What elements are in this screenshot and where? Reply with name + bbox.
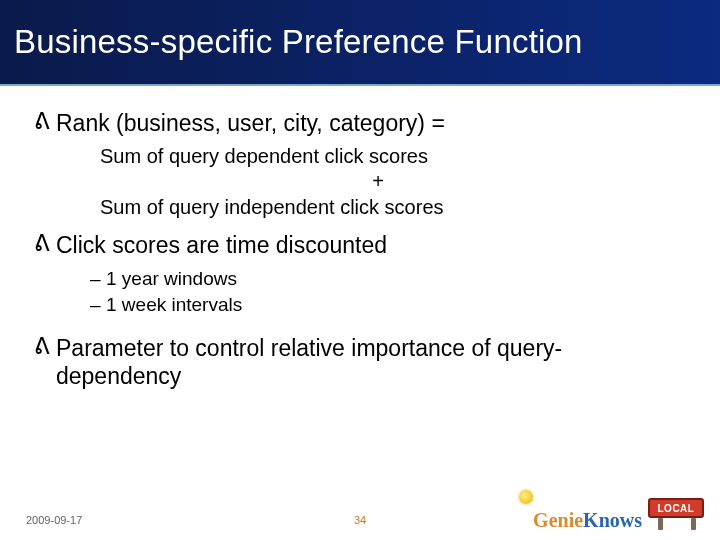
page-number: 34: [354, 514, 366, 526]
lightbulb-icon: [519, 490, 533, 504]
logo-word2: Knows: [583, 510, 642, 530]
sign-post-icon: [658, 518, 663, 530]
formula-line: Sum of query independent click scores: [100, 195, 686, 221]
bullet-text: Parameter to control relative importance…: [56, 335, 686, 390]
logo-sign: LOCAL: [646, 496, 708, 530]
dash-list: – 1 year windows – 1 week intervals: [90, 266, 686, 317]
slide-body: ᕕ Rank (business, user, city, category) …: [0, 86, 720, 390]
sign-post-icon: [691, 518, 696, 530]
list-text: 1 year windows: [106, 266, 237, 292]
list-item: – 1 year windows: [90, 266, 686, 292]
list-text: 1 week intervals: [106, 292, 242, 318]
logo-text: GenieKnows: [533, 510, 642, 530]
slide: Business-specific Preference Function ᕕ …: [0, 0, 720, 540]
bullet-text: Rank (business, user, city, category) =: [56, 110, 445, 138]
slide-title: Business-specific Preference Function: [14, 23, 583, 61]
bullet-item: ᕕ Click scores are time discounted: [34, 232, 686, 260]
bullet-icon: ᕕ: [34, 110, 50, 133]
sign-label: LOCAL: [648, 498, 704, 518]
formula-line: Sum of query dependent click scores: [100, 144, 686, 170]
slide-footer: 2009-09-17 34 GenieKnows LOCAL: [0, 498, 720, 534]
bullet-item: ᕕ Parameter to control relative importan…: [34, 335, 686, 390]
bullet-item: ᕕ Rank (business, user, city, category) …: [34, 110, 686, 138]
title-band: Business-specific Preference Function: [0, 0, 720, 86]
bullet-icon: ᕕ: [34, 335, 50, 358]
list-item: – 1 week intervals: [90, 292, 686, 318]
bullet-text: Click scores are time discounted: [56, 232, 387, 260]
bullet-icon: ᕕ: [34, 232, 50, 255]
dash-icon: –: [90, 266, 106, 292]
dash-icon: –: [90, 292, 106, 318]
formula-block: Sum of query dependent click scores + Su…: [100, 144, 686, 221]
formula-plus: +: [70, 169, 686, 195]
footer-date: 2009-09-17: [26, 514, 82, 526]
logo-word1: Genie: [533, 510, 583, 530]
logo: GenieKnows LOCAL: [533, 496, 708, 530]
